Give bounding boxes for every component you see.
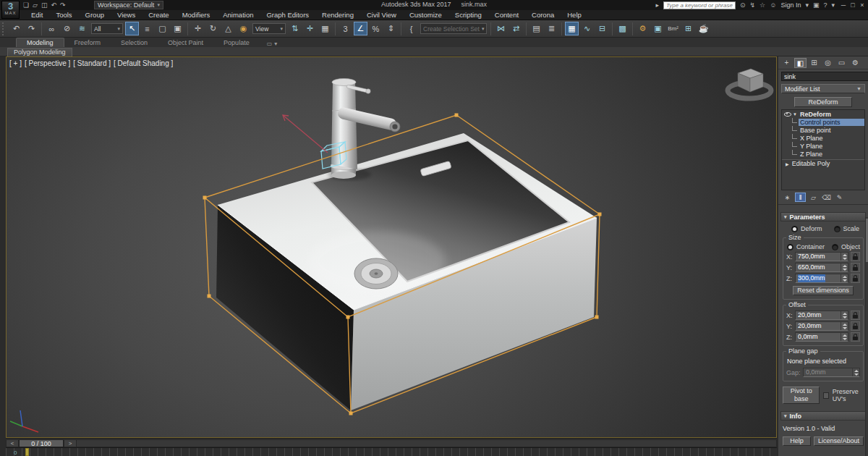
- new-scene-icon[interactable]: ❏: [23, 1, 29, 10]
- offset-y-spinner[interactable]: [841, 322, 848, 330]
- menu-rendering[interactable]: Rendering: [315, 10, 360, 20]
- license-about-button[interactable]: License/About: [814, 436, 864, 446]
- reset-dimensions-button[interactable]: Reset dimensions: [793, 286, 854, 295]
- object-name-field[interactable]: [781, 72, 868, 81]
- stack-item-redeform[interactable]: ▼ReDeform: [782, 110, 864, 118]
- viewport-pov-menu[interactable]: [ Perspective ]: [25, 59, 70, 67]
- redo-dropdown-icon[interactable]: ↷: [60, 1, 66, 10]
- mirror-icon[interactable]: ⋈: [494, 22, 508, 35]
- menu-edit[interactable]: Edit: [25, 10, 49, 20]
- stack-item-x-plane[interactable]: X Plane: [782, 134, 864, 142]
- menu-corona[interactable]: Corona: [525, 10, 561, 20]
- ribbon-tab-modeling[interactable]: Modeling: [16, 38, 64, 47]
- workspace-dropdown[interactable]: Workspace: Default ▾: [94, 1, 163, 9]
- menu-help[interactable]: Help: [561, 10, 588, 20]
- size-y-field[interactable]: 650,0mm: [795, 263, 848, 272]
- select-and-place-icon[interactable]: ◉: [237, 22, 250, 35]
- search-expand-icon[interactable]: ▸: [655, 1, 659, 9]
- snaps-toggle-3d-icon[interactable]: 3: [339, 22, 352, 35]
- spinner-snap-toggle-icon[interactable]: ⇕: [384, 22, 398, 35]
- help-dropdown-icon[interactable]: ▾: [831, 1, 835, 9]
- close-button[interactable]: ×: [858, 1, 867, 9]
- toolbar-grip[interactable]: [2, 22, 6, 35]
- scale-radio[interactable]: Scale: [834, 225, 860, 232]
- bind-to-space-warp-icon[interactable]: ≋: [75, 22, 89, 35]
- select-object-icon[interactable]: ↖: [125, 22, 139, 35]
- viewport-shading-menu[interactable]: [ Default Shading ]: [114, 59, 173, 67]
- offset-z-field[interactable]: 0,0mm: [795, 332, 848, 342]
- infocenter-toggle-icon[interactable]: ▣: [813, 1, 820, 9]
- select-by-name-icon[interactable]: ≡: [140, 22, 154, 35]
- ribbon-tab-populate[interactable]: Populate: [213, 38, 260, 47]
- info-rollout-header[interactable]: Info: [780, 411, 866, 421]
- time-slider-track[interactable]: [77, 439, 777, 447]
- select-and-move-icon[interactable]: ✛: [191, 22, 205, 35]
- render-presets-icon[interactable]: ⊞: [681, 22, 695, 35]
- help-button[interactable]: Help: [783, 436, 811, 446]
- viewcube[interactable]: [728, 69, 771, 98]
- save-file-icon[interactable]: ◫: [41, 1, 48, 10]
- select-and-manipulate-icon[interactable]: ✛: [303, 22, 317, 35]
- render-production-icon[interactable]: ☕: [697, 22, 710, 35]
- remove-modifier-icon[interactable]: ⌫: [821, 193, 832, 202]
- help-icon[interactable]: ?: [823, 1, 827, 9]
- undo-dropdown-icon[interactable]: ↶: [51, 1, 57, 10]
- create-tab[interactable]: +: [780, 58, 793, 68]
- show-end-result-icon[interactable]: ‖: [795, 193, 806, 202]
- previous-frame-button[interactable]: <: [6, 439, 19, 447]
- viewport-renderer-menu[interactable]: [ Standard ]: [73, 59, 111, 67]
- object-radio[interactable]: Object: [832, 243, 860, 250]
- workspace-dropdown-icon[interactable]: ▾: [805, 1, 809, 9]
- deform-radio[interactable]: Deform: [791, 225, 822, 232]
- percent-snap-toggle-icon[interactable]: %: [369, 22, 383, 35]
- pin-stack-icon[interactable]: ∗: [782, 193, 793, 202]
- ribbon-minimize-icon[interactable]: ▭: [267, 41, 273, 47]
- communication-center-icon[interactable]: ↯: [750, 1, 756, 9]
- stack-item-y-plane[interactable]: Y Plane: [782, 142, 864, 150]
- angle-snap-toggle-icon[interactable]: ∠: [354, 22, 367, 35]
- window-crossing-toggle-icon[interactable]: ▣: [171, 22, 184, 35]
- open-file-icon[interactable]: ▱: [33, 1, 38, 10]
- create-selection-set-dropdown[interactable]: Create Selection Set▾: [420, 23, 487, 34]
- use-pivot-point-center-icon[interactable]: ⇅: [288, 22, 302, 35]
- display-tab[interactable]: ▭: [835, 58, 848, 68]
- menu-create[interactable]: Create: [142, 10, 176, 20]
- utilities-tab[interactable]: ⚙: [849, 58, 861, 68]
- rectangular-selection-region-icon[interactable]: ▢: [156, 22, 169, 35]
- select-and-rotate-icon[interactable]: ↻: [206, 22, 220, 35]
- offset-z-lock-icon[interactable]: [851, 332, 860, 342]
- ribbon-tab-object-paint[interactable]: Object Paint: [158, 38, 213, 47]
- viewport-general-menu[interactable]: [ + ]: [9, 59, 22, 67]
- ribbon-minimize-arrow-icon[interactable]: ▾: [274, 41, 277, 47]
- search-input[interactable]: [663, 1, 736, 9]
- layer-explorer-icon[interactable]: ≣: [545, 22, 558, 35]
- ribbon-panel-polygon-modeling[interactable]: Polygon Modeling: [7, 48, 72, 56]
- size-x-spinner[interactable]: [841, 253, 848, 261]
- size-z-spinner[interactable]: [841, 274, 848, 282]
- stack-item-control-points[interactable]: Control points: [782, 118, 864, 126]
- menu-scripting[interactable]: Scripting: [448, 10, 488, 20]
- make-unique-icon[interactable]: ▱: [808, 193, 819, 202]
- render-setup-icon[interactable]: ⚙: [636, 22, 650, 35]
- edit-named-selection-sets-icon[interactable]: {: [404, 22, 418, 35]
- stack-item-editable-poly[interactable]: ▶Editable Poly: [782, 159, 864, 167]
- configure-modifier-sets-icon[interactable]: ✎: [834, 193, 845, 202]
- undo-icon[interactable]: ↶: [9, 22, 23, 35]
- stack-item-z-plane[interactable]: Z Plane: [782, 150, 864, 158]
- application-menu-button[interactable]: 3 MAX: [1, 1, 20, 19]
- offset-x-field[interactable]: 20,0mm: [795, 311, 848, 320]
- offset-x-lock-icon[interactable]: [851, 311, 860, 320]
- pivot-to-base-button[interactable]: Pivot to base: [783, 387, 820, 404]
- ribbon-toggle-icon[interactable]: ▦: [565, 22, 579, 35]
- rendered-frame-window-icon[interactable]: ▣: [651, 22, 665, 35]
- preserve-uvs-checkbox[interactable]: [823, 392, 828, 399]
- curve-editor-icon[interactable]: ∿: [580, 22, 594, 35]
- menu-customize[interactable]: Customize: [403, 10, 448, 20]
- size-z-lock-icon[interactable]: [851, 274, 860, 283]
- size-z-field[interactable]: 300,0mm: [795, 274, 848, 283]
- minimize-button[interactable]: ─: [839, 1, 848, 9]
- offset-y-field[interactable]: 20,0mm: [795, 321, 848, 331]
- scene-explorer-icon[interactable]: ▤: [529, 22, 543, 35]
- menu-animation[interactable]: Animation: [216, 10, 260, 20]
- viewport-canvas[interactable]: [7, 57, 776, 437]
